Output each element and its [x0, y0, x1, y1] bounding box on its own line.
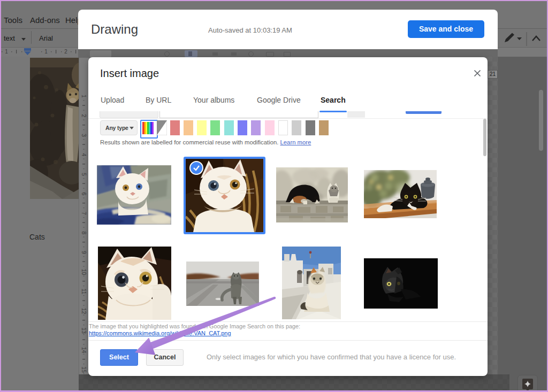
- svg-text:10: 10: [81, 269, 87, 275]
- svg-text:2: 2: [81, 114, 87, 118]
- svg-text:1: 1: [5, 49, 8, 55]
- svg-text:5: 5: [81, 173, 87, 176]
- svg-text:14: 14: [81, 347, 87, 353]
- svg-text:11: 11: [81, 289, 87, 295]
- svg-text:7: 7: [81, 212, 87, 215]
- svg-text:15: 15: [81, 366, 87, 373]
- svg-text:4: 4: [81, 153, 87, 157]
- svg-text:1: 1: [44, 49, 48, 55]
- svg-text:6: 6: [81, 193, 87, 196]
- svg-text:2: 2: [64, 49, 67, 55]
- svg-text:3: 3: [81, 134, 87, 137]
- svg-text:1: 1: [81, 95, 87, 98]
- svg-text:13: 13: [81, 327, 87, 334]
- svg-text:12: 12: [81, 308, 87, 314]
- svg-text:9: 9: [81, 251, 87, 254]
- svg-text:8: 8: [81, 232, 87, 235]
